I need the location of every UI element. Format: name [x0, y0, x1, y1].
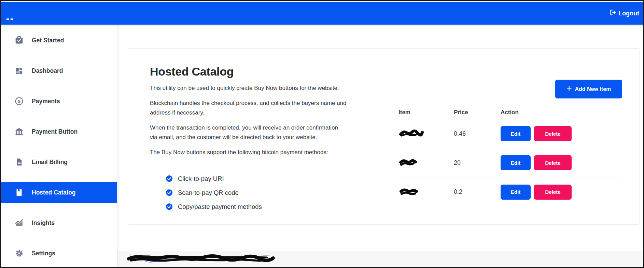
- list-item-label: Click-to-pay URI: [178, 175, 224, 183]
- sidebar-item-label: Insights: [32, 219, 55, 227]
- paragraph-line: When the transaction is completed, you w…: [150, 123, 398, 133]
- price-cell: 0.46: [454, 130, 501, 137]
- sidebar: Get Started Dashboard $: [1, 25, 117, 267]
- edit-button[interactable]: Edit: [501, 185, 531, 200]
- paragraph-line: The Buy Now buttons support the followin…: [150, 148, 398, 157]
- sidebar-item-label: Settings: [32, 250, 55, 257]
- check-circle-icon: [166, 203, 173, 210]
- file-text-icon: [14, 158, 24, 167]
- redacted-footer-text: [126, 253, 286, 265]
- plus-icon: +: [566, 84, 572, 93]
- delete-button[interactable]: Delete: [534, 155, 572, 170]
- sidebar-item-label: Payment Button: [32, 128, 78, 135]
- table-row: 0.46 Edit Delete: [398, 119, 622, 148]
- catalog-items-panel: + Add New Item Item Price Action: [398, 49, 640, 224]
- grid-icon: [14, 66, 24, 76]
- paragraph-line: This utility can be used to quickly crea…: [150, 83, 398, 93]
- redacted-item-name: [398, 158, 418, 168]
- app-window: Logout Get Started: [0, 0, 644, 268]
- logo-remnant-mark: [11, 18, 13, 20]
- list-item-label: Copy/paste payment methods: [178, 203, 262, 211]
- main-content: Hosted Catalog This utility can be used …: [117, 25, 643, 267]
- add-new-item-button[interactable]: + Add New Item: [555, 80, 622, 98]
- bank-icon: [14, 127, 24, 136]
- sidebar-item-label: Payments: [32, 98, 60, 105]
- action-cell: Edit Delete: [501, 155, 622, 170]
- paragraph: The Buy Now buttons support the followin…: [150, 148, 398, 157]
- paragraph-line: Blockchain handles the checkout process,…: [150, 98, 398, 108]
- list-item: Scan-to-pay QR code: [166, 186, 398, 200]
- item-name-cell: [398, 129, 454, 138]
- price-cell: 0.2: [454, 188, 501, 196]
- line-chart-icon: [14, 218, 24, 228]
- hosted-catalog-card: Hosted Catalog This utility can be used …: [128, 48, 640, 225]
- top-navbar: Logout: [1, 2, 643, 25]
- gear-icon: [14, 249, 24, 258]
- page-title: Hosted Catalog: [150, 64, 398, 79]
- item-name-cell: [398, 187, 454, 197]
- sidebar-item-label: Hosted Catalog: [32, 189, 75, 196]
- list-item: Click-to-pay URI: [166, 172, 398, 186]
- column-header-price: Price: [454, 109, 501, 116]
- sidebar-item-dashboard[interactable]: Dashboard: [1, 61, 117, 81]
- redacted-item-name: [398, 187, 420, 197]
- paragraph: This utility can be used to quickly crea…: [150, 83, 398, 93]
- dollar-circle-icon: $: [14, 97, 24, 106]
- logout-label: Logout: [618, 10, 639, 17]
- action-cell: Edit Delete: [501, 185, 622, 200]
- paragraph-line: via email, and the customer will be dire…: [150, 133, 398, 142]
- action-cell: Edit Delete: [501, 126, 622, 141]
- logo-remnant-mark: [6, 18, 9, 20]
- redacted-item-name: [398, 129, 424, 138]
- table-row: 20 Edit Delete: [398, 148, 622, 177]
- paragraph-line: address if necessary.: [150, 108, 398, 118]
- sidebar-item-label: Get Started: [32, 37, 64, 44]
- sidebar-item-payment-button[interactable]: Payment Button: [1, 121, 117, 142]
- briefcase-check-icon: [14, 36, 24, 45]
- price-cell: 20: [454, 159, 501, 166]
- table-header-row: Item Price Action: [398, 106, 622, 119]
- delete-button[interactable]: Delete: [534, 185, 572, 200]
- sidebar-item-hosted-catalog[interactable]: Hosted Catalog: [1, 182, 117, 203]
- svg-text:$: $: [18, 99, 20, 104]
- box-arrow-right-icon: [609, 9, 616, 18]
- edit-button[interactable]: Edit: [501, 126, 531, 141]
- check-circle-icon: [166, 189, 173, 196]
- table-row: 0.2 Edit Delete: [398, 177, 622, 206]
- logo-remnant-mark: [11, 1, 13, 2]
- edit-button[interactable]: Edit: [501, 155, 531, 170]
- sidebar-item-settings[interactable]: Settings: [1, 243, 117, 264]
- column-header-action: Action: [501, 109, 622, 116]
- check-circle-icon: [166, 175, 173, 182]
- sidebar-item-get-started[interactable]: Get Started: [1, 30, 117, 51]
- logo-remnant-mark: [6, 1, 9, 2]
- item-name-cell: [398, 158, 454, 168]
- payment-methods-list: Click-to-pay URI Scan-to-pay QR code: [166, 172, 398, 214]
- list-item-label: Scan-to-pay QR code: [178, 189, 239, 197]
- sidebar-item-email-billing[interactable]: Email Billing: [1, 152, 117, 172]
- items-table: Item Price Action 0.46: [398, 106, 622, 206]
- sidebar-item-label: Email Billing: [32, 159, 68, 166]
- sidebar-item-insights[interactable]: Insights: [1, 213, 117, 233]
- delete-button[interactable]: Delete: [534, 126, 572, 141]
- add-new-item-label: Add New Item: [575, 86, 611, 92]
- sidebar-item-payments[interactable]: $ Payments: [1, 91, 117, 111]
- sidebar-item-label: Dashboard: [32, 67, 63, 75]
- journal-bookmark-icon: [14, 188, 24, 197]
- paragraph: Blockchain handles the checkout process,…: [150, 98, 398, 118]
- logout-button[interactable]: Logout: [609, 9, 639, 18]
- list-item: Copy/paste payment methods: [166, 200, 398, 214]
- paragraph: When the transaction is completed, you w…: [150, 123, 398, 142]
- column-header-item: Item: [398, 109, 454, 116]
- footer: [117, 251, 643, 267]
- catalog-description: Hosted Catalog This utility can be used …: [128, 49, 398, 224]
